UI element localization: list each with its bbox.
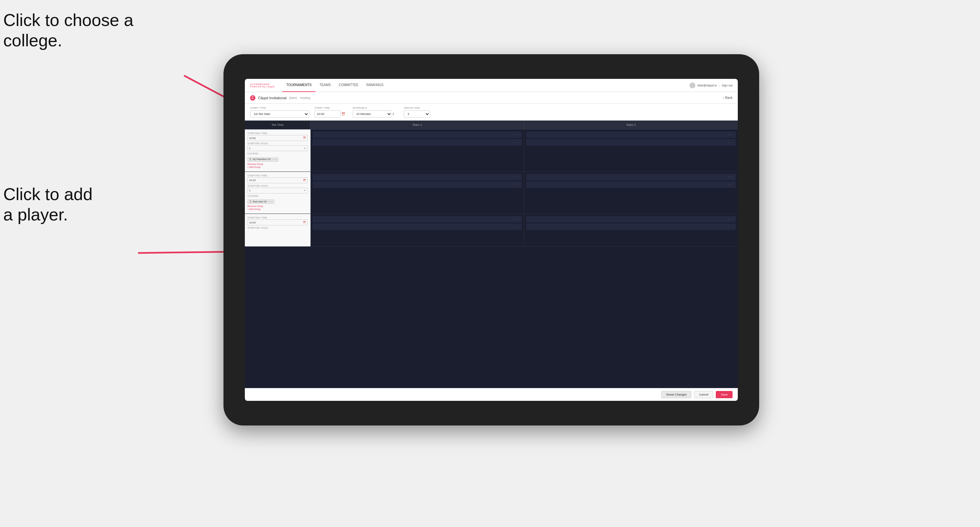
tournament-gender: (Men) Hosting — [289, 96, 310, 100]
starting-time-label-1: STARTING TIME: — [247, 132, 308, 134]
start-time-label: Start Time — [315, 106, 347, 110]
starting-hole-label-2: STARTING HOLE: — [247, 185, 308, 187]
player-reorder-icon[interactable]: ⋮ — [517, 175, 520, 178]
th-tee-time: Tee Time — [245, 121, 310, 129]
tee-controls-2: STARTING TIME: 10:10 ⏰ STARTING HOLE: 1 … — [245, 172, 310, 214]
annotation-choose-college: Click to choose a college. — [3, 10, 134, 51]
player-remove-icon[interactable]: × — [514, 133, 516, 137]
player-remove-icon[interactable]: × — [514, 183, 516, 186]
player-remove-icon[interactable]: × — [728, 175, 730, 178]
back-button[interactable]: ‹ Back — [723, 96, 733, 100]
player-row: × ⋮ — [313, 174, 522, 180]
tournament-name: Clippd Invitational — [258, 96, 286, 100]
player-reorder-icon[interactable]: ⋮ — [517, 133, 520, 137]
bottom-actions: Reset Changes Cancel Save — [245, 388, 738, 401]
player-row: × ⋮ — [526, 216, 736, 222]
tablet-screen: SCOREBOARD Powered by clippd TOURNAMENTS… — [245, 79, 738, 401]
start-type-group: Start Type 1st Tee Start — [250, 106, 309, 117]
intervals-label: Intervals — [353, 106, 399, 110]
add-group-1[interactable]: + Add Group — [247, 166, 308, 168]
player-row: × ⋮ — [526, 132, 736, 138]
start-time-input[interactable] — [315, 110, 341, 117]
player-row: × ⋮ — [526, 181, 736, 188]
starting-hole-label-1: STARTING HOLE: — [247, 142, 308, 144]
course-remove-1[interactable]: × — [272, 158, 274, 161]
tee-controls-3: STARTING TIME: 10:20 ⏰ STARTING HOLE: — [245, 214, 310, 246]
course-tag-2[interactable]: 🏌 East Lake GC × ≡ — [247, 200, 274, 204]
starting-hole-label-3: STARTING HOLE: — [247, 227, 308, 229]
player-remove-icon[interactable]: × — [728, 183, 730, 186]
group-size-label: Group Size — [404, 106, 430, 110]
player-reorder-icon[interactable]: ⋮ — [731, 175, 734, 178]
player-row: × ⋮ — [313, 181, 522, 188]
player-remove-icon[interactable]: × — [728, 218, 730, 221]
player-reorder-icon[interactable]: ⋮ — [517, 183, 520, 186]
starting-hole-select-1[interactable]: 1 ▼ — [247, 145, 308, 151]
course-label-1: COURSE: — [247, 152, 308, 155]
player-remove-icon[interactable]: × — [514, 218, 516, 221]
save-button[interactable]: Save — [716, 391, 733, 398]
nav-links: TOURNAMENTS TEAMS COMMITTEE RANKINGS — [282, 79, 689, 92]
intervals-select[interactable]: 10 Minutes — [353, 110, 392, 117]
course-remove-2[interactable]: × — [269, 200, 270, 203]
player-row: × ⋮ — [313, 139, 522, 146]
nav-rankings[interactable]: RANKINGS — [363, 79, 387, 92]
sub-header: C Clippd Invitational (Men) Hosting ‹ Ba… — [245, 92, 738, 104]
player-row: × ⋮ — [526, 224, 736, 230]
starting-time-label-3: STARTING TIME: — [247, 216, 308, 219]
player-reorder-icon[interactable]: ⋮ — [517, 225, 520, 229]
nav-tournaments[interactable]: TOURNAMENTS — [282, 79, 315, 92]
starting-time-input-1[interactable]: 10:00 ⏰ — [247, 135, 308, 141]
course-label-2: COURSE: — [247, 195, 308, 197]
nav-user: blair@clippd.io | Sign out — [689, 83, 733, 88]
player-reorder-icon[interactable]: ⋮ — [517, 141, 520, 144]
nav-teams[interactable]: TEAMS — [315, 79, 334, 92]
starting-hole-select-2[interactable]: 1 ▼ — [247, 187, 308, 194]
group-size-group: Group Size 3 — [404, 106, 430, 117]
reset-button[interactable]: Reset Changes — [661, 391, 692, 398]
player-reorder-icon[interactable]: ⋮ — [731, 141, 734, 144]
course-tag-1[interactable]: 🏌 (A) Peachtree GC × ≡ — [247, 157, 278, 162]
table-header: Tee Time Team 1 Team 2 — [245, 121, 738, 129]
brand-logo: SCOREBOARD Powered by clippd — [250, 83, 274, 88]
tablet-frame: SCOREBOARD Powered by clippd TOURNAMENTS… — [223, 54, 759, 425]
form-row: Start Type 1st Tee Start Start Time ⏰ In… — [245, 104, 738, 121]
player-reorder-icon[interactable]: ⋮ — [731, 218, 734, 221]
sign-out-link[interactable]: Sign out — [722, 84, 733, 87]
nav-committee[interactable]: COMMITTEE — [335, 79, 363, 92]
player-reorder-icon[interactable]: ⋮ — [731, 225, 734, 229]
player-remove-icon[interactable]: × — [514, 175, 516, 178]
player-reorder-icon[interactable]: ⋮ — [731, 183, 734, 186]
player-reorder-icon[interactable]: ⋮ — [517, 218, 520, 221]
player-remove-icon[interactable]: × — [514, 225, 516, 229]
start-time-icon: ⏰ — [342, 113, 345, 116]
player-remove-icon[interactable]: × — [728, 141, 730, 144]
player-row: × ⋮ — [313, 216, 522, 222]
start-time-group: Start Time ⏰ — [315, 106, 347, 117]
start-type-select[interactable]: 1st Tee Start — [250, 110, 309, 117]
player-remove-icon[interactable]: × — [728, 133, 730, 137]
player-row: × ⋮ — [313, 132, 522, 138]
remove-group-2[interactable]: Remove Group — [247, 205, 308, 207]
tournament-logo: C — [250, 95, 255, 100]
team1-cell-2: × ⋮ × ⋮ — [310, 172, 524, 214]
tee-group-2: STARTING TIME: 10:10 ⏰ STARTING HOLE: 1 … — [245, 172, 738, 214]
starting-time-label-2: STARTING TIME: — [247, 175, 308, 177]
player-row: × ⋮ — [526, 139, 736, 146]
tee-group-3: STARTING TIME: 10:20 ⏰ STARTING HOLE: × … — [245, 214, 738, 247]
avatar — [689, 83, 695, 88]
player-remove-icon[interactable]: × — [514, 141, 516, 144]
group-size-select[interactable]: 3 — [404, 110, 430, 117]
starting-time-input-2[interactable]: 10:10 ⏰ — [247, 178, 308, 183]
remove-group-1[interactable]: Remove Group — [247, 163, 308, 165]
starting-time-input-3[interactable]: 10:20 ⏰ — [247, 219, 308, 225]
team2-cell-2: × ⋮ × ⋮ — [524, 172, 738, 214]
th-team2: Team 2 — [524, 121, 738, 129]
add-group-2[interactable]: + Add Group — [247, 208, 308, 210]
team2-cell-1: × ⋮ × ⋮ — [524, 129, 738, 171]
cancel-button[interactable]: Cancel — [694, 391, 713, 398]
tee-controls-1: STARTING TIME: 10:00 ⏰ STARTING HOLE: 1 … — [245, 129, 310, 171]
player-reorder-icon[interactable]: ⋮ — [731, 133, 734, 137]
player-remove-icon[interactable]: × — [728, 225, 730, 229]
nav-bar: SCOREBOARD Powered by clippd TOURNAMENTS… — [245, 79, 738, 92]
